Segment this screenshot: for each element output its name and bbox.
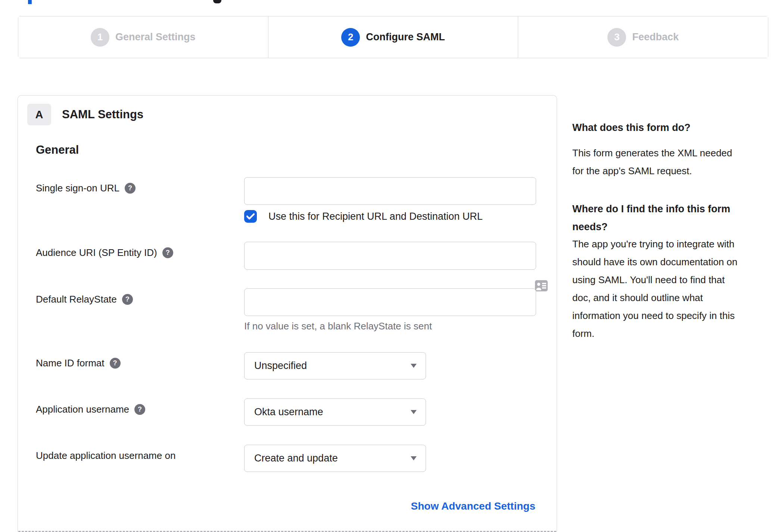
help-icon[interactable]: ? — [162, 247, 173, 258]
chevron-down-icon — [411, 364, 417, 368]
step-configure-saml[interactable]: 2 Configure SAML — [268, 16, 518, 58]
application-username-label: Application username ? — [36, 404, 145, 415]
help-answer-1: This form generates the XML needed for t… — [572, 144, 732, 180]
update-username-on-label: Update application username on — [36, 450, 175, 461]
step-label: Configure SAML — [366, 31, 445, 43]
help-icon[interactable]: ? — [125, 183, 136, 194]
name-id-format-select[interactable]: Unspecified — [244, 352, 426, 379]
step-number-badge: 3 — [607, 28, 626, 47]
recipient-url-checkbox-label[interactable]: Use this for Recipient URL and Destinati… — [268, 210, 483, 223]
step-label: Feedback — [632, 31, 679, 43]
chevron-down-icon — [411, 456, 417, 460]
panel-title: SAML Settings — [62, 104, 143, 125]
saml-settings-panel: A SAML Settings General Single sign-on U… — [18, 95, 557, 532]
help-question-2: Where do I find the info this form needs… — [572, 200, 730, 236]
general-section-heading: General — [36, 143, 79, 157]
sso-url-label: Single sign-on URL ? — [36, 182, 136, 194]
recipient-url-checkbox[interactable] — [244, 210, 257, 223]
help-icon[interactable]: ? — [122, 294, 133, 305]
section-a-badge: A — [27, 104, 51, 125]
step-number-badge: 2 — [341, 28, 360, 47]
name-id-format-label: Name ID format ? — [36, 357, 121, 369]
help-answer-2: The app you're trying to integrate with … — [572, 235, 737, 342]
step-number-badge: 1 — [91, 28, 109, 47]
configure-saml-page: 1 General Settings 2 Configure SAML 3 Fe… — [0, 0, 781, 532]
step-label: General Settings — [115, 31, 196, 43]
sso-url-input[interactable] — [244, 177, 536, 205]
help-icon[interactable]: ? — [110, 358, 121, 369]
help-question-1: What does this form do? — [572, 119, 691, 137]
contact-card-icon — [535, 280, 548, 291]
page-title-fragment-dark — [213, 0, 221, 3]
audience-uri-label: Audience URI (SP Entity ID) ? — [36, 247, 173, 259]
help-icon[interactable]: ? — [134, 404, 145, 415]
step-feedback[interactable]: 3 Feedback — [518, 16, 768, 58]
checkmark-icon — [246, 213, 255, 220]
step-general-settings[interactable]: 1 General Settings — [18, 16, 268, 58]
relay-state-label: Default RelayState ? — [36, 294, 133, 305]
relay-state-input[interactable] — [244, 288, 536, 316]
relay-state-helper-text: If no value is set, a blank RelayState i… — [244, 320, 432, 332]
wizard-stepper: 1 General Settings 2 Configure SAML 3 Fe… — [18, 16, 768, 58]
application-username-select[interactable]: Okta username — [244, 398, 426, 426]
audience-uri-input[interactable] — [244, 242, 536, 270]
chevron-down-icon — [411, 410, 417, 414]
show-advanced-settings-link[interactable]: Show Advanced Settings — [411, 500, 535, 512]
page-title-fragment-blue — [28, 0, 32, 4]
update-username-on-select[interactable]: Create and update — [244, 445, 426, 472]
